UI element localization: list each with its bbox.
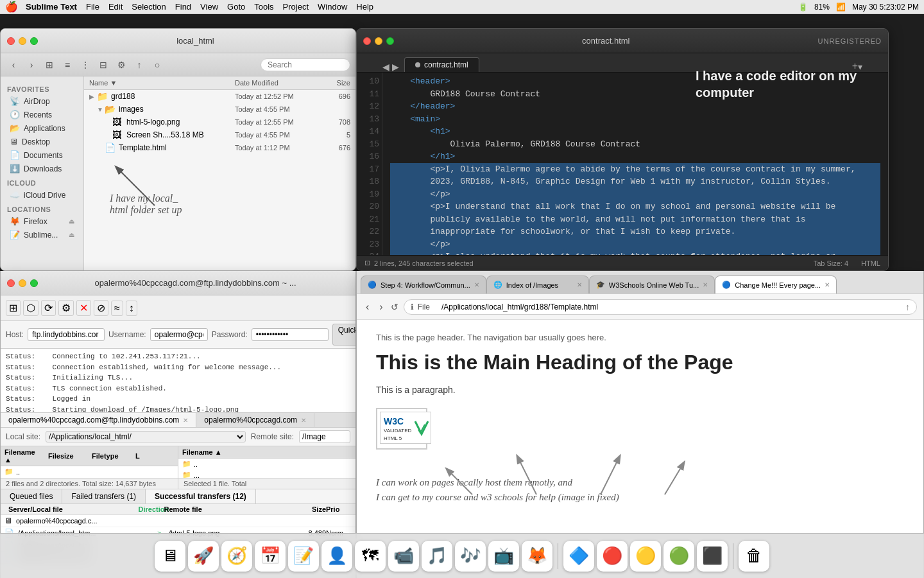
finder-view-list-button[interactable]: ≡ xyxy=(60,57,75,73)
finder-share-button[interactable]: ↑ xyxy=(132,57,147,73)
info-icon[interactable]: ℹ xyxy=(411,302,414,311)
sidebar-item-airdrop[interactable]: 📡 AirDrop xyxy=(3,94,81,108)
fz-zoom-button[interactable] xyxy=(30,279,38,287)
sublime-tab-scroll-button[interactable]: ▾ xyxy=(858,62,862,72)
dock-itunes[interactable]: 🎶 xyxy=(455,541,486,572)
col-date[interactable]: Date Modified xyxy=(235,79,318,87)
finder-view-gallery-button[interactable]: ⊟ xyxy=(96,57,111,73)
finder-view-column-button[interactable]: ⋮ xyxy=(78,57,93,73)
menubar-app-name[interactable]: Sublime Text xyxy=(26,2,77,12)
file-row-html5logo[interactable]: 🖼 html-5-logo.png Today at 12:55 PM 708 xyxy=(84,116,355,128)
sublime-minimize-button[interactable] xyxy=(375,37,382,45)
dock-app2[interactable]: 🟢 xyxy=(663,541,694,572)
fz-open-site-mgr[interactable]: ⊞ xyxy=(6,300,21,316)
tab1-close-button[interactable]: ✕ xyxy=(577,281,582,288)
remote-site-input[interactable] xyxy=(299,430,350,443)
sublime-zoom-button[interactable] xyxy=(386,37,394,45)
dock-trash[interactable]: 🗑 xyxy=(739,541,769,572)
tab0-close-button[interactable]: ✕ xyxy=(474,281,479,288)
fz-sync-browse[interactable]: ↕ xyxy=(126,301,137,316)
browser-reload-button[interactable]: ↺ xyxy=(391,302,398,312)
fz-remote-row-dotdot[interactable]: 📁 .. xyxy=(178,459,355,469)
menubar-find[interactable]: Find xyxy=(175,2,191,12)
finder-back-button[interactable]: ‹ xyxy=(6,57,21,73)
dock-sublime[interactable]: 🔷 xyxy=(563,541,594,572)
fz-pass-input[interactable] xyxy=(252,328,329,341)
tab-contract-html[interactable]: contract.html xyxy=(404,57,479,72)
fz-remote-row-dot[interactable]: 📁 ... xyxy=(178,469,355,478)
w3c-badge[interactable]: W3C VALIDATED HTML 5 xyxy=(376,408,427,450)
sublime-sidebar-toggle2[interactable]: ▶ xyxy=(392,62,399,72)
fz-stop[interactable]: ⬡ xyxy=(23,300,38,316)
finder-minimize-button[interactable] xyxy=(19,37,26,45)
apple-menu-icon[interactable]: 🍎 xyxy=(5,1,18,13)
file-row-template[interactable]: 📄 Template.html Today at 1:12 PM 676 xyxy=(84,141,355,154)
dock-firefox[interactable]: 🦊 xyxy=(522,541,552,572)
dock-contacts[interactable]: 👤 xyxy=(321,541,352,572)
dock-music[interactable]: 🎵 xyxy=(422,541,452,572)
fz-site-tab-1[interactable]: opalermo%40cpccagd.com@ftp.lindydobbins.… xyxy=(1,413,196,427)
sublime-eject-button[interactable]: ⏏ xyxy=(69,231,74,238)
dock-maps[interactable]: 🗺 xyxy=(355,541,386,572)
local-col-size[interactable]: Filesize xyxy=(48,452,87,460)
sublime-sidebar-toggle[interactable]: ◀ xyxy=(382,62,389,72)
fz-queue-row-0[interactable]: 🖥 opalermo%40cpccagd.c... xyxy=(1,515,355,527)
dock-filezilla[interactable]: 🔴 xyxy=(597,541,628,572)
menubar-edit[interactable]: Edit xyxy=(108,2,123,12)
sidebar-item-firefox[interactable]: 🦊 Firefox ⏏ xyxy=(3,215,81,228)
menubar-goto[interactable]: Goto xyxy=(227,2,245,12)
menubar-selection[interactable]: Selection xyxy=(132,2,166,12)
dock-finder[interactable]: 🖥 xyxy=(155,541,185,572)
local-col-type[interactable]: Filetype xyxy=(92,452,130,460)
file-row-screenshot[interactable]: 🖼 Screen Sh....53.18 MB Today at 4:55 PM… xyxy=(84,128,355,141)
site-tab-close-2[interactable]: ✕ xyxy=(301,417,306,424)
fz-process-queue[interactable]: ⚙ xyxy=(58,300,74,316)
fz-site-tab-2[interactable]: opalermo%40cpccagd.com ✕ xyxy=(196,413,314,427)
browser-tab-0[interactable]: 🔵 Step 4: Workflow/Commun... ✕ xyxy=(361,276,486,293)
menubar-tools[interactable]: Tools xyxy=(254,2,273,12)
sidebar-item-desktop[interactable]: 🖥 Desktop xyxy=(3,135,81,148)
finder-search-input[interactable] xyxy=(261,58,350,71)
dock-terminal[interactable]: ⬛ xyxy=(697,541,728,572)
folder-toggle-grd188[interactable]: ▶ xyxy=(89,93,97,100)
share-icon[interactable]: ↑ xyxy=(905,302,910,312)
finder-tag-button[interactable]: ○ xyxy=(150,57,165,73)
folder-toggle-images[interactable]: ▼ xyxy=(97,106,105,113)
dock-notes[interactable]: 📝 xyxy=(288,541,319,572)
sublime-new-tab-button[interactable]: + xyxy=(852,60,858,72)
finder-view-icon-button[interactable]: ⊞ xyxy=(42,57,57,73)
tab3-close-button[interactable]: ✕ xyxy=(825,281,830,288)
browser-forward-button[interactable]: › xyxy=(377,300,385,314)
fz-user-input[interactable] xyxy=(150,328,208,341)
browser-back-button[interactable]: ‹ xyxy=(363,300,372,314)
menubar-file[interactable]: File xyxy=(86,2,99,12)
browser-tab-3[interactable]: 🔵 Change Me!!! Every page... ✕ xyxy=(715,276,837,293)
dock-launchpad[interactable]: 🚀 xyxy=(188,541,219,572)
sidebar-item-recents[interactable]: 🕐 Recents xyxy=(3,108,81,121)
fz-compare[interactable]: ≈ xyxy=(111,301,123,316)
fz-tab-failed[interactable]: Failed transfers (1) xyxy=(62,489,146,504)
dock-facetime[interactable]: 📹 xyxy=(388,541,419,572)
fz-local-row-dotdot[interactable]: 📁 .. xyxy=(1,466,178,477)
dock-app1[interactable]: 🟡 xyxy=(630,541,661,572)
local-site-select[interactable]: /Applications/local_html/ xyxy=(46,431,246,442)
fz-reconnect[interactable]: ⟳ xyxy=(41,300,56,316)
col-size[interactable]: Size xyxy=(318,79,350,87)
finder-zoom-button[interactable] xyxy=(30,37,38,45)
sidebar-item-documents[interactable]: 📄 Documents xyxy=(3,148,81,162)
fz-tab-successful[interactable]: Successful transfers (12) xyxy=(146,489,256,504)
menubar-project[interactable]: Project xyxy=(283,2,309,12)
sidebar-item-downloads[interactable]: ⬇️ Downloads xyxy=(3,162,81,175)
remote-col-filename[interactable]: Filename ▲ xyxy=(182,448,352,456)
file-row-grd188[interactable]: ▶ 📁 grd188 Today at 12:52 PM 696 xyxy=(84,90,355,103)
fz-disconnect[interactable]: ⊘ xyxy=(94,300,108,316)
sidebar-item-applications[interactable]: 📂 Applications xyxy=(3,121,81,135)
menubar-help[interactable]: Help xyxy=(356,2,373,12)
local-col-filename[interactable]: Filename ▲ xyxy=(4,448,43,464)
dock-safari[interactable]: 🧭 xyxy=(221,541,252,572)
address-bar-input[interactable] xyxy=(434,300,902,314)
fz-close-button[interactable] xyxy=(7,279,15,287)
site-tab-close-1[interactable]: ✕ xyxy=(183,417,188,424)
file-row-images[interactable]: ▼ 📂 images Today at 4:55 PM xyxy=(84,103,355,116)
col-name[interactable]: Name ▼ xyxy=(89,79,235,87)
